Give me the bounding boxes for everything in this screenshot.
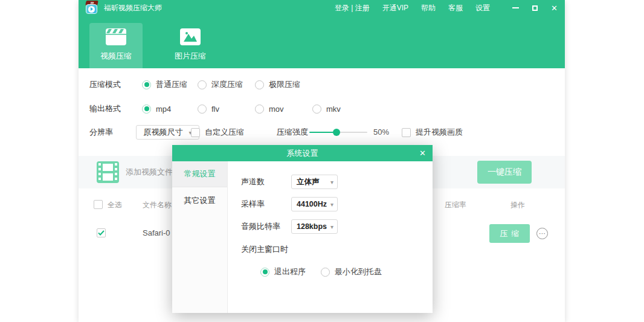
- chevron-down-icon: ▾: [330, 179, 333, 185]
- tab-label: 图片压缩: [175, 51, 206, 62]
- check-icon: [98, 230, 105, 236]
- slider-handle[interactable]: [333, 129, 340, 136]
- picture-icon: [180, 28, 201, 45]
- format-mov-option[interactable]: mov: [255, 101, 284, 117]
- mode-extreme-option[interactable]: 极限压缩: [255, 77, 300, 92]
- option-label: 退出程序: [274, 266, 306, 277]
- radio-selected-icon[interactable]: [260, 268, 269, 277]
- tab-label: 视频压缩: [100, 51, 132, 62]
- enhance-quality-option[interactable]: 提升视频画质: [402, 124, 463, 140]
- custom-compress-option[interactable]: 自定义压缩: [191, 124, 244, 140]
- row-checkbox-checked[interactable]: [97, 228, 106, 237]
- sidebar-item-other-settings[interactable]: 其它设置: [172, 187, 227, 213]
- option-label: 极限压缩: [269, 79, 300, 90]
- select-all-label[interactable]: 全选: [108, 196, 122, 213]
- column-action: 操作: [510, 196, 525, 213]
- maximize-icon[interactable]: [532, 5, 538, 11]
- add-file-label: 添加视频文件: [126, 156, 173, 188]
- mode-deep-option[interactable]: 深度压缩: [198, 77, 243, 92]
- sample-rate-select[interactable]: 44100Hz ▾: [291, 197, 338, 211]
- help-link[interactable]: 帮助: [421, 3, 436, 13]
- channels-select[interactable]: 立体声 ▾: [291, 175, 338, 189]
- column-compression-rate: 压缩率: [445, 196, 466, 213]
- dialog-close-icon[interactable]: ✕: [419, 145, 426, 161]
- option-label: mov: [269, 105, 284, 114]
- login-register-link[interactable]: 登录 | 注册: [335, 3, 370, 13]
- app-title: 福昕视频压缩大师: [104, 3, 162, 13]
- checkbox-icon[interactable]: [191, 128, 200, 137]
- window-controls: ✕: [512, 4, 558, 12]
- tab-video-compress[interactable]: 视频压缩: [89, 23, 143, 68]
- channels-label: 声道数: [241, 176, 291, 187]
- radio-selected-icon[interactable]: [142, 105, 151, 114]
- strength-value: 50%: [373, 124, 389, 140]
- radio-icon[interactable]: [321, 268, 330, 277]
- compress-row-button[interactable]: 压缩: [489, 224, 530, 243]
- radio-icon[interactable]: [255, 105, 264, 114]
- output-format-row: 输出格式 mp4 flv mov mkv: [79, 101, 565, 117]
- option-label: 普通压缩: [156, 79, 187, 90]
- system-settings-dialog: 系统设置 ✕ 常规设置 其它设置 声道数 立体声 ▾ 采样率 44100Hz ▾: [172, 145, 433, 313]
- dialog-title: 系统设置: [287, 148, 318, 159]
- resolution-label: 分辨率: [89, 124, 113, 140]
- titlebar-menu: 登录 | 注册 开通VIP 帮助 客服 设置 ✕: [335, 3, 558, 13]
- output-format-label: 输出格式: [89, 101, 121, 117]
- radio-icon[interactable]: [255, 80, 264, 89]
- compression-mode-label: 压缩模式: [89, 77, 121, 92]
- option-label: 最小化到托盘: [335, 266, 382, 277]
- mode-normal-option[interactable]: 普通压缩: [142, 77, 187, 92]
- option-label: 提升视频画质: [416, 127, 463, 138]
- customer-service-link[interactable]: 客服: [448, 3, 463, 13]
- strength-label: 压缩强度: [277, 124, 308, 140]
- sidebar-item-general-settings[interactable]: 常规设置: [172, 161, 227, 187]
- minimize-to-tray-option[interactable]: 最小化到托盘: [321, 265, 382, 279]
- channels-value: 立体声: [297, 177, 320, 187]
- sample-rate-label: 采样率: [241, 199, 291, 210]
- format-mp4-option[interactable]: mp4: [142, 101, 171, 117]
- filmstrip-icon: [97, 161, 119, 183]
- select-all-checkbox[interactable]: [94, 200, 103, 209]
- sample-rate-field: 采样率 44100Hz ▾: [241, 197, 338, 211]
- audio-bitrate-label: 音频比特率: [241, 221, 291, 232]
- main-tabs: 视频压缩 图片压缩: [89, 23, 221, 68]
- close-window-field: 关闭主窗口时: [241, 242, 288, 257]
- more-options-icon[interactable]: ⋯: [536, 228, 548, 239]
- radio-icon[interactable]: [198, 80, 207, 89]
- tab-image-compress[interactable]: 图片压缩: [160, 23, 221, 68]
- channels-field: 声道数 立体声 ▾: [241, 175, 338, 189]
- radio-icon[interactable]: [312, 105, 321, 114]
- chevron-down-icon: ▾: [330, 224, 333, 230]
- settings-link[interactable]: 设置: [475, 3, 490, 13]
- option-label: mp4: [156, 105, 171, 114]
- option-label: flv: [211, 105, 219, 114]
- format-flv-option[interactable]: flv: [198, 101, 219, 117]
- resolution-value: 原视频尺寸: [143, 127, 182, 138]
- titlebar: ››› 福昕视频压缩大师 登录 | 注册 开通VIP 帮助 客服 设置 ✕: [79, 0, 565, 16]
- file-name: Safari-0: [143, 219, 170, 248]
- resolution-select[interactable]: 原视频尺寸 ▾: [136, 125, 199, 140]
- vip-link[interactable]: 开通VIP: [382, 3, 408, 13]
- strength-slider[interactable]: [309, 132, 367, 133]
- option-label: 自定义压缩: [205, 127, 244, 138]
- minimize-icon[interactable]: [512, 7, 519, 8]
- audio-bitrate-field: 音频比特率 128kbps ▾: [241, 219, 338, 234]
- compression-mode-row: 压缩模式 普通压缩 深度压缩 极限压缩: [79, 77, 565, 92]
- column-filename: 文件名称: [143, 196, 172, 213]
- option-label: 深度压缩: [211, 79, 243, 90]
- radio-selected-icon[interactable]: [142, 80, 151, 89]
- dialog-sidebar: 常规设置 其它设置: [172, 161, 228, 313]
- format-mkv-option[interactable]: mkv: [312, 101, 341, 117]
- checkbox-icon[interactable]: [402, 128, 411, 137]
- logo-play-icon: [86, 4, 97, 14]
- app-header: ››› 福昕视频压缩大师 登录 | 注册 开通VIP 帮助 客服 设置 ✕: [79, 0, 565, 68]
- dialog-body: 常规设置 其它设置 声道数 立体声 ▾ 采样率 44100Hz ▾ 音频比特率: [172, 161, 433, 313]
- close-window-label: 关闭主窗口时: [241, 244, 288, 255]
- audio-bitrate-select[interactable]: 128kbps ▾: [291, 219, 338, 234]
- compress-all-button[interactable]: 一键压缩: [477, 161, 532, 184]
- resolution-row: 分辨率 原视频尺寸 ▾ 自定义压缩 压缩强度 50% 提升视频画质: [79, 124, 565, 141]
- radio-icon[interactable]: [198, 105, 207, 114]
- exit-program-option[interactable]: 退出程序: [260, 265, 306, 279]
- dialog-titlebar: 系统设置 ✕: [172, 145, 433, 161]
- option-label: mkv: [326, 105, 341, 114]
- close-icon[interactable]: ✕: [551, 4, 558, 12]
